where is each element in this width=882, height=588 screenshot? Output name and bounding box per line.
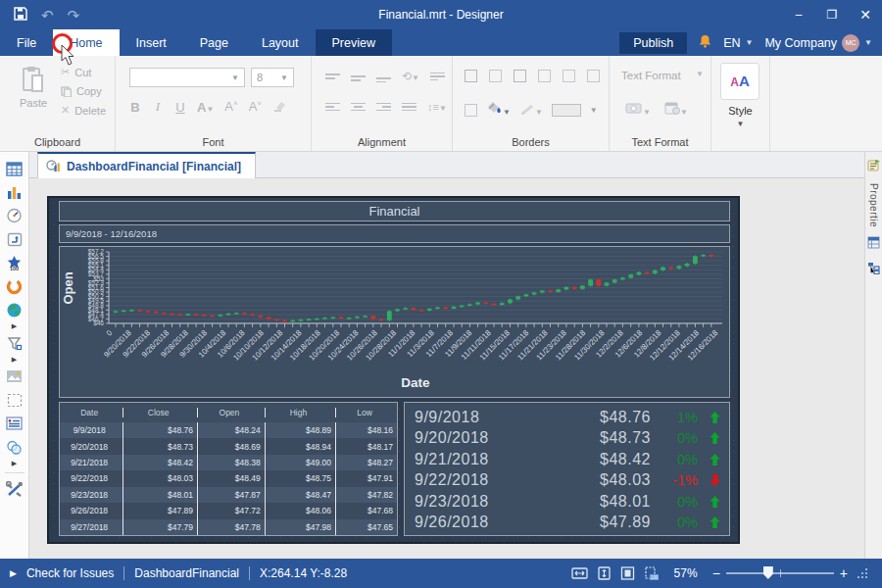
ribbon-tab-file[interactable]: File xyxy=(0,29,53,56)
border-box-icon[interactable] xyxy=(465,104,477,117)
bold-button[interactable]: B xyxy=(129,100,141,115)
flyout-arrow-icon[interactable]: ▶ xyxy=(3,460,26,467)
border-horizontal-icon[interactable] xyxy=(563,70,575,82)
panel-tool[interactable] xyxy=(3,389,26,411)
zoom-in-button[interactable]: + xyxy=(840,565,848,581)
redo-icon[interactable]: ↷ xyxy=(68,8,80,23)
align-center-icon[interactable] xyxy=(351,103,366,112)
border-vertical-icon[interactable] xyxy=(587,70,600,82)
resize-grip-icon[interactable] xyxy=(857,567,868,579)
dictionary-icon[interactable] xyxy=(867,235,881,253)
progress-tool[interactable] xyxy=(3,275,26,297)
zoom-slider[interactable]: − + xyxy=(712,565,848,581)
properties-tab[interactable]: Propertie xyxy=(868,183,879,227)
border-pen-icon[interactable]: ▼ xyxy=(519,101,543,119)
fit-width-icon[interactable] xyxy=(571,566,588,580)
report-tree-icon[interactable] xyxy=(867,261,881,278)
chevron-down-icon[interactable]: ▼ xyxy=(711,120,769,128)
cut-icon: ✂ xyxy=(61,66,70,78)
align-bottom-icon[interactable] xyxy=(376,71,391,82)
gauge-tool[interactable] xyxy=(3,205,26,226)
price-table-component[interactable]: DateCloseOpenHighLow9/9/2018$48.76$48.24… xyxy=(59,402,398,536)
zoom-slider-track[interactable] xyxy=(726,572,834,574)
zoom-100-icon[interactable]: 100 xyxy=(644,566,660,581)
chart-tool[interactable] xyxy=(3,181,26,203)
financial-chart-component[interactable]: $57.2$56.5$55.8$55.1$54.4$53.7$53$52.3$5… xyxy=(59,246,730,398)
price-list-component[interactable]: 9/9/2018$48.761%9/20/2018$48.730%9/21/20… xyxy=(404,402,730,536)
maximize-button[interactable]: ❐ xyxy=(815,0,849,29)
map-tool[interactable] xyxy=(3,299,26,320)
border-inside-icon[interactable] xyxy=(538,70,551,82)
date-range-component[interactable]: 9/9/2018 - 12/16/2018 xyxy=(59,224,730,243)
line-spacing-icon[interactable]: ↕≡▼ xyxy=(427,101,447,113)
underline-button[interactable]: U xyxy=(174,100,186,115)
document-tab[interactable]: DashboardFinancial [Financial] xyxy=(37,152,256,178)
ribbon-tab-page[interactable]: Page xyxy=(183,29,245,56)
flyout-arrow-icon[interactable]: ▶ xyxy=(3,356,26,364)
publish-button[interactable]: Publish xyxy=(619,32,687,54)
y-tick-label: $46 xyxy=(93,319,104,326)
date-format-icon[interactable]: ▼ xyxy=(664,101,688,119)
save-icon[interactable] xyxy=(14,7,27,23)
font-color-button[interactable]: A▼ xyxy=(197,100,214,115)
paste-button[interactable]: Paste xyxy=(12,66,55,109)
font-name-select[interactable]: ▼ xyxy=(129,68,245,87)
fit-height-icon[interactable] xyxy=(597,566,612,580)
rotate-text-icon[interactable]: ⟲▼ xyxy=(402,70,419,83)
ribbon-tab-layout[interactable]: Layout xyxy=(245,29,316,56)
shrink-font-button[interactable]: A˅ xyxy=(249,99,262,114)
check-for-issues[interactable]: Check for Issues xyxy=(26,566,114,580)
bell-icon[interactable] xyxy=(699,34,711,51)
border-outside-icon[interactable] xyxy=(514,70,526,82)
dashboard-title-component[interactable]: Financial xyxy=(59,201,730,221)
chevron-down-icon: ▼ xyxy=(206,105,214,114)
table-tool[interactable] xyxy=(3,158,26,179)
justify-icon[interactable] xyxy=(402,103,416,112)
clear-format-icon[interactable] xyxy=(272,100,286,115)
zoom-slider-handle[interactable] xyxy=(763,566,773,579)
grow-font-button[interactable]: A˄ xyxy=(224,99,237,114)
currency-format-icon[interactable]: ▼ xyxy=(625,101,651,119)
align-middle-icon[interactable] xyxy=(351,72,366,80)
filter-tool[interactable] xyxy=(3,332,26,354)
font-size-select[interactable]: 8▼ xyxy=(251,68,294,87)
close-button[interactable]: ✕ xyxy=(849,0,882,29)
wrap-text-icon[interactable] xyxy=(430,73,445,81)
image-tool[interactable] xyxy=(3,366,26,387)
text-card-tool[interactable] xyxy=(3,413,26,434)
italic-button[interactable]: I xyxy=(152,99,164,115)
border-color-swatch[interactable] xyxy=(552,104,581,117)
delete-button[interactable]: ✕Delete xyxy=(61,104,106,117)
align-right-icon[interactable] xyxy=(376,103,391,112)
minimize-button[interactable]: – xyxy=(782,0,815,29)
fit-page-icon[interactable] xyxy=(620,566,635,580)
candle xyxy=(475,302,480,306)
group-label-borders: Borders xyxy=(453,136,609,148)
undo-icon[interactable]: ↶ xyxy=(41,8,54,23)
border-all-icon[interactable] xyxy=(465,70,477,82)
text-format-dropdown[interactable]: Text Format▼ xyxy=(621,70,704,81)
copy-button[interactable]: Copy xyxy=(61,85,106,97)
account-menu[interactable]: My Company MC ▼ xyxy=(764,34,872,52)
statusbar-document-name[interactable]: DashboardFinancial xyxy=(134,566,239,580)
language-selector[interactable]: EN▼ xyxy=(723,36,753,50)
indicator-tool[interactable]: 100 xyxy=(3,252,26,273)
pivot-tool[interactable] xyxy=(3,228,26,250)
border-none-icon[interactable] xyxy=(489,70,502,82)
design-canvas[interactable]: Financial 9/9/2018 - 12/16/2018 $57.2$56… xyxy=(29,178,864,559)
properties-icon[interactable] xyxy=(867,158,881,175)
style-button[interactable]: AA xyxy=(720,63,760,100)
flyout-arrow-icon[interactable]: ▶ xyxy=(3,322,26,330)
fill-color-icon[interactable]: ▼ xyxy=(486,101,511,119)
align-top-icon[interactable] xyxy=(325,74,340,78)
ribbon-tab-preview[interactable]: Preview xyxy=(316,29,392,56)
align-left-icon[interactable] xyxy=(325,103,340,112)
tools-tool[interactable] xyxy=(3,478,26,500)
dashboard-page[interactable]: Financial 9/9/2018 - 12/16/2018 $57.2$56… xyxy=(47,196,740,544)
mouse-cursor xyxy=(61,45,76,67)
zoom-out-button[interactable]: − xyxy=(712,565,720,581)
shapes-tool[interactable] xyxy=(3,436,26,458)
ribbon-tab-insert[interactable]: Insert xyxy=(120,29,183,56)
cut-button[interactable]: ✂Cut xyxy=(61,66,106,78)
run-check-icon[interactable]: ▶ xyxy=(10,568,17,578)
